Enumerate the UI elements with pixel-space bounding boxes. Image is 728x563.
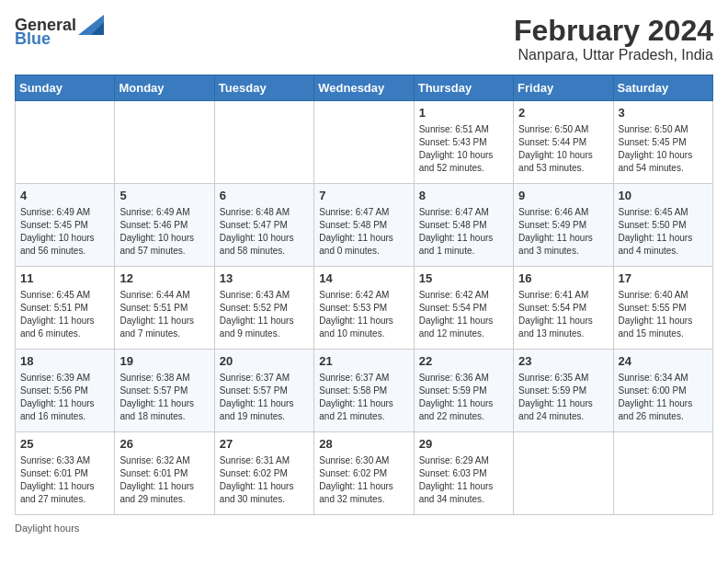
- week-row-3: 11Sunrise: 6:45 AM Sunset: 5:51 PM Dayli…: [16, 267, 713, 350]
- day-info: Sunrise: 6:37 AM Sunset: 5:57 PM Dayligh…: [220, 372, 309, 423]
- day-cell: 13Sunrise: 6:43 AM Sunset: 5:52 PM Dayli…: [214, 267, 313, 350]
- day-cell: [214, 101, 313, 184]
- day-cell: 25Sunrise: 6:33 AM Sunset: 6:01 PM Dayli…: [16, 432, 115, 515]
- week-row-1: 1Sunrise: 6:51 AM Sunset: 5:43 PM Daylig…: [16, 101, 713, 184]
- day-number: 27: [220, 436, 309, 453]
- logo-blue: Blue: [15, 29, 51, 49]
- day-info: Sunrise: 6:43 AM Sunset: 5:52 PM Dayligh…: [220, 289, 309, 340]
- day-info: Sunrise: 6:38 AM Sunset: 5:57 PM Dayligh…: [119, 372, 209, 423]
- week-row-5: 25Sunrise: 6:33 AM Sunset: 6:01 PM Dayli…: [16, 432, 713, 515]
- day-number: 18: [20, 353, 109, 370]
- header-cell-friday: Friday: [514, 75, 613, 101]
- daylight-label: Daylight hours: [15, 523, 79, 534]
- day-number: 7: [319, 188, 408, 204]
- day-number: 28: [319, 436, 408, 453]
- day-cell: 17Sunrise: 6:40 AM Sunset: 5:55 PM Dayli…: [613, 267, 712, 350]
- day-info: Sunrise: 6:42 AM Sunset: 5:53 PM Dayligh…: [319, 289, 408, 340]
- day-number: 24: [619, 353, 708, 370]
- logo: General Blue: [15, 15, 104, 49]
- day-cell: 21Sunrise: 6:37 AM Sunset: 5:58 PM Dayli…: [314, 350, 414, 432]
- day-info: Sunrise: 6:37 AM Sunset: 5:58 PM Dayligh…: [319, 372, 408, 423]
- day-number: 22: [419, 353, 508, 370]
- day-cell: 7Sunrise: 6:47 AM Sunset: 5:48 PM Daylig…: [314, 184, 414, 267]
- day-cell: 29Sunrise: 6:29 AM Sunset: 6:03 PM Dayli…: [414, 432, 513, 515]
- day-info: Sunrise: 6:34 AM Sunset: 6:00 PM Dayligh…: [619, 372, 708, 423]
- day-cell: 11Sunrise: 6:45 AM Sunset: 5:51 PM Dayli…: [16, 267, 115, 350]
- day-cell: 9Sunrise: 6:46 AM Sunset: 5:49 PM Daylig…: [514, 184, 613, 267]
- day-info: Sunrise: 6:45 AM Sunset: 5:51 PM Dayligh…: [20, 289, 109, 340]
- day-cell: 28Sunrise: 6:30 AM Sunset: 6:02 PM Dayli…: [314, 432, 414, 515]
- day-cell: 14Sunrise: 6:42 AM Sunset: 5:53 PM Dayli…: [314, 267, 414, 350]
- day-number: 2: [518, 105, 608, 121]
- day-info: Sunrise: 6:36 AM Sunset: 5:59 PM Dayligh…: [419, 372, 508, 423]
- day-cell: 26Sunrise: 6:32 AM Sunset: 6:01 PM Dayli…: [115, 432, 214, 515]
- day-cell: 1Sunrise: 6:51 AM Sunset: 5:43 PM Daylig…: [414, 101, 513, 184]
- day-number: 4: [20, 188, 109, 204]
- footer: Daylight hours: [15, 523, 713, 534]
- day-info: Sunrise: 6:40 AM Sunset: 5:55 PM Dayligh…: [619, 289, 708, 340]
- week-row-4: 18Sunrise: 6:39 AM Sunset: 5:56 PM Dayli…: [16, 350, 713, 432]
- day-info: Sunrise: 6:33 AM Sunset: 6:01 PM Dayligh…: [20, 454, 109, 506]
- header-cell-wednesday: Wednesday: [314, 75, 414, 101]
- day-cell: 18Sunrise: 6:39 AM Sunset: 5:56 PM Dayli…: [16, 350, 115, 432]
- day-number: 19: [119, 353, 209, 370]
- header-cell-saturday: Saturday: [613, 75, 712, 101]
- main-title: February 2024: [514, 15, 713, 47]
- day-cell: 10Sunrise: 6:45 AM Sunset: 5:50 PM Dayli…: [613, 184, 712, 267]
- header-cell-tuesday: Tuesday: [214, 75, 313, 101]
- day-cell: 5Sunrise: 6:49 AM Sunset: 5:46 PM Daylig…: [115, 184, 214, 267]
- day-info: Sunrise: 6:49 AM Sunset: 5:46 PM Dayligh…: [119, 206, 209, 258]
- day-number: 5: [119, 188, 209, 204]
- day-cell: [314, 101, 414, 184]
- day-cell: 23Sunrise: 6:35 AM Sunset: 5:59 PM Dayli…: [514, 350, 613, 432]
- day-cell: 4Sunrise: 6:49 AM Sunset: 5:45 PM Daylig…: [16, 184, 115, 267]
- day-info: Sunrise: 6:29 AM Sunset: 6:03 PM Dayligh…: [419, 454, 508, 506]
- day-cell: 24Sunrise: 6:34 AM Sunset: 6:00 PM Dayli…: [613, 350, 712, 432]
- day-number: 12: [119, 270, 209, 287]
- title-block: February 2024 Nanpara, Uttar Pradesh, In…: [514, 15, 713, 63]
- day-cell: [613, 432, 712, 515]
- day-cell: 15Sunrise: 6:42 AM Sunset: 5:54 PM Dayli…: [414, 267, 513, 350]
- day-number: 8: [419, 188, 508, 204]
- day-info: Sunrise: 6:50 AM Sunset: 5:45 PM Dayligh…: [619, 123, 708, 175]
- day-number: 14: [319, 270, 408, 287]
- day-number: 3: [619, 105, 708, 121]
- day-info: Sunrise: 6:49 AM Sunset: 5:45 PM Dayligh…: [20, 206, 109, 258]
- day-number: 9: [518, 188, 608, 204]
- day-number: 13: [220, 270, 309, 287]
- day-cell: 16Sunrise: 6:41 AM Sunset: 5:54 PM Dayli…: [514, 267, 613, 350]
- day-info: Sunrise: 6:48 AM Sunset: 5:47 PM Dayligh…: [220, 206, 309, 258]
- logo-icon: [78, 15, 104, 35]
- day-cell: 3Sunrise: 6:50 AM Sunset: 5:45 PM Daylig…: [613, 101, 712, 184]
- header-cell-monday: Monday: [115, 75, 214, 101]
- day-cell: 8Sunrise: 6:47 AM Sunset: 5:48 PM Daylig…: [414, 184, 513, 267]
- day-info: Sunrise: 6:31 AM Sunset: 6:02 PM Dayligh…: [220, 454, 309, 506]
- day-number: 29: [419, 436, 508, 453]
- day-info: Sunrise: 6:32 AM Sunset: 6:01 PM Dayligh…: [119, 454, 209, 506]
- day-cell: 2Sunrise: 6:50 AM Sunset: 5:44 PM Daylig…: [514, 101, 613, 184]
- day-info: Sunrise: 6:46 AM Sunset: 5:49 PM Dayligh…: [518, 206, 608, 258]
- day-cell: [115, 101, 214, 184]
- day-info: Sunrise: 6:50 AM Sunset: 5:44 PM Dayligh…: [518, 123, 608, 175]
- day-info: Sunrise: 6:44 AM Sunset: 5:51 PM Dayligh…: [119, 289, 209, 340]
- day-cell: 6Sunrise: 6:48 AM Sunset: 5:47 PM Daylig…: [214, 184, 313, 267]
- header-cell-thursday: Thursday: [414, 75, 513, 101]
- day-number: 1: [419, 105, 508, 121]
- week-row-2: 4Sunrise: 6:49 AM Sunset: 5:45 PM Daylig…: [16, 184, 713, 267]
- day-cell: 19Sunrise: 6:38 AM Sunset: 5:57 PM Dayli…: [115, 350, 214, 432]
- day-info: Sunrise: 6:51 AM Sunset: 5:43 PM Dayligh…: [419, 123, 508, 175]
- day-cell: [514, 432, 613, 515]
- day-number: 6: [220, 188, 309, 204]
- day-cell: 22Sunrise: 6:36 AM Sunset: 5:59 PM Dayli…: [414, 350, 513, 432]
- day-cell: [16, 101, 115, 184]
- calendar-table: SundayMondayTuesdayWednesdayThursdayFrid…: [15, 75, 713, 515]
- day-number: 11: [20, 270, 109, 287]
- day-number: 21: [319, 353, 408, 370]
- day-number: 10: [619, 188, 708, 204]
- day-cell: 12Sunrise: 6:44 AM Sunset: 5:51 PM Dayli…: [115, 267, 214, 350]
- day-number: 15: [419, 270, 508, 287]
- day-info: Sunrise: 6:47 AM Sunset: 5:48 PM Dayligh…: [319, 206, 408, 258]
- day-cell: 27Sunrise: 6:31 AM Sunset: 6:02 PM Dayli…: [214, 432, 313, 515]
- header-cell-sunday: Sunday: [16, 75, 115, 101]
- day-number: 16: [518, 270, 608, 287]
